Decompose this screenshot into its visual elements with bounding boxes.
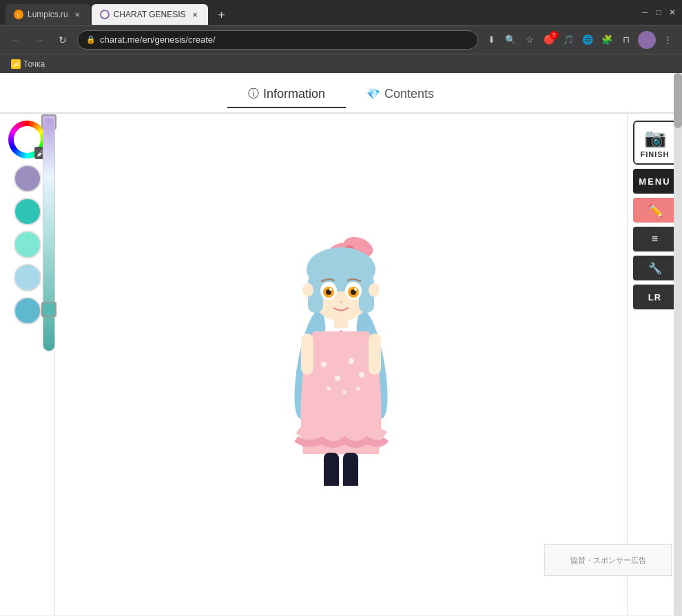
- svg-rect-34: [320, 486, 342, 494]
- zoom-icon[interactable]: 🔍: [503, 32, 518, 48]
- svg-point-17: [329, 288, 332, 291]
- minimize-button[interactable]: ─: [641, 8, 649, 17]
- svg-point-25: [327, 387, 331, 391]
- address-input[interactable]: 🔒 charat.me/en/genesis/create/: [77, 30, 478, 50]
- charat-favicon: ◆: [100, 10, 110, 19]
- charat-tab-close[interactable]: ✕: [190, 10, 200, 19]
- svg-rect-35: [340, 486, 362, 494]
- page-scrollbar[interactable]: [674, 73, 682, 616]
- ad-panel: 協賛・スポンサー広告: [544, 544, 672, 576]
- title-bar: L Lumpics.ru ✕ ◆ CHARAT GENESIS ✕ + ─ □ …: [0, 0, 682, 25]
- character-svg: [251, 227, 431, 502]
- translate-icon[interactable]: 🌐: [580, 32, 595, 48]
- finish-button[interactable]: 📷 FINISH: [633, 121, 677, 165]
- tab-bar: L Lumpics.ru ✕ ◆ CHARAT GENESIS ✕ +: [6, 0, 231, 25]
- address-bar: ← → ↻ 🔒 charat.me/en/genesis/create/ ⬇ 🔍…: [0, 25, 682, 54]
- settings-button[interactable]: 🔧: [633, 256, 677, 280]
- edit-button[interactable]: ✏️: [633, 198, 677, 223]
- bookmark-tochka[interactable]: 📁 Точка: [7, 58, 49, 70]
- svg-point-22: [335, 376, 340, 381]
- character-canvas: [55, 114, 627, 615]
- info-tab-label: Information: [263, 87, 325, 101]
- svg-point-21: [321, 362, 327, 367]
- lumpics-tab-label: Lumpics.ru: [28, 10, 68, 19]
- tab-charat[interactable]: ◆ CHARAT GENESIS ✕: [92, 4, 208, 25]
- lock-icon: 🔒: [86, 35, 96, 44]
- svg-point-9: [302, 283, 313, 297]
- close-button[interactable]: ✕: [668, 8, 676, 17]
- refresh-button[interactable]: ↻: [54, 31, 72, 49]
- bookmark-label: Точка: [23, 59, 45, 69]
- svg-point-26: [342, 390, 347, 394]
- lumpics-tab-close[interactable]: ✕: [72, 10, 82, 19]
- lumpics-favicon: L: [14, 10, 23, 19]
- forward-button[interactable]: →: [30, 31, 48, 49]
- camera-icon: 📷: [644, 127, 666, 149]
- window-controls: ─ □ ✕: [641, 8, 676, 17]
- extension-icon[interactable]: 🔴: [541, 32, 557, 48]
- color-swatch-sky-blue[interactable]: [14, 297, 41, 325]
- color-swatch-purple[interactable]: [14, 165, 41, 192]
- layers-button[interactable]: ≡: [633, 227, 677, 251]
- svg-rect-30: [324, 453, 339, 491]
- main-content: ⓘ Information 💎 Contents 🖌: [0, 73, 682, 616]
- wrench-icon: 🔧: [648, 262, 662, 275]
- tab-information[interactable]: ⓘ Information: [227, 81, 346, 108]
- ad-text: 協賛・スポンサー広告: [570, 555, 646, 566]
- puzzle-icon[interactable]: 🧩: [599, 32, 614, 48]
- pencil-icon: ✏️: [648, 203, 663, 218]
- svg-point-23: [349, 358, 354, 364]
- charat-tab-label: CHARAT GENESIS: [114, 10, 186, 19]
- browser-toolbar: ⬇ 🔍 ☆ 🔴 🎵 🌐 🧩 ⊓ ⋮: [484, 31, 675, 49]
- url-text: charat.me/en/genesis/create/: [100, 34, 216, 45]
- top-navigation: ⓘ Information 💎 Contents: [0, 73, 682, 114]
- color-swatch-light-blue[interactable]: [14, 264, 41, 291]
- diamond-icon: 💎: [366, 88, 380, 101]
- color-swatch-teal[interactable]: [14, 198, 41, 225]
- folder-icon: 📁: [11, 59, 21, 69]
- music-icon[interactable]: 🎵: [561, 32, 576, 48]
- menu-button[interactable]: MENU: [633, 169, 677, 194]
- color-slider[interactable]: [43, 117, 55, 351]
- downloads-icon[interactable]: ⬇: [484, 32, 499, 48]
- color-swatch-light-teal[interactable]: [14, 231, 41, 258]
- info-icon: ⓘ: [248, 87, 259, 101]
- svg-rect-31: [343, 453, 358, 491]
- lr-button[interactable]: LR: [633, 285, 677, 309]
- svg-point-10: [369, 283, 380, 297]
- finish-label: FINISH: [640, 150, 669, 158]
- contents-tab-label: Contents: [384, 87, 434, 101]
- character-figure: [251, 227, 431, 502]
- page: ⓘ Information 💎 Contents 🖌: [0, 73, 682, 616]
- svg-rect-29: [369, 333, 381, 375]
- star-icon[interactable]: ☆: [522, 32, 537, 48]
- new-tab-button[interactable]: +: [212, 6, 231, 25]
- bookmarks-bar: 📁 Точка: [0, 54, 682, 73]
- cast-icon[interactable]: ⊓: [619, 32, 634, 48]
- svg-point-24: [359, 372, 364, 378]
- tab-contents[interactable]: 💎 Contents: [346, 81, 455, 108]
- profile-avatar[interactable]: [638, 31, 656, 49]
- slider-thumb-bottom[interactable]: [41, 302, 56, 317]
- svg-rect-28: [301, 333, 313, 375]
- svg-point-27: [356, 387, 360, 391]
- svg-point-18: [354, 288, 357, 291]
- menu-label: MENU: [639, 176, 670, 187]
- layers-icon: ≡: [652, 233, 658, 245]
- lr-icon: LR: [648, 292, 661, 302]
- back-button[interactable]: ←: [7, 31, 25, 49]
- scrollbar-thumb[interactable]: [674, 73, 682, 128]
- tab-lumpics[interactable]: L Lumpics.ru ✕: [6, 4, 90, 25]
- maximize-button[interactable]: □: [654, 8, 663, 17]
- menu-dots-icon[interactable]: ⋮: [660, 32, 675, 48]
